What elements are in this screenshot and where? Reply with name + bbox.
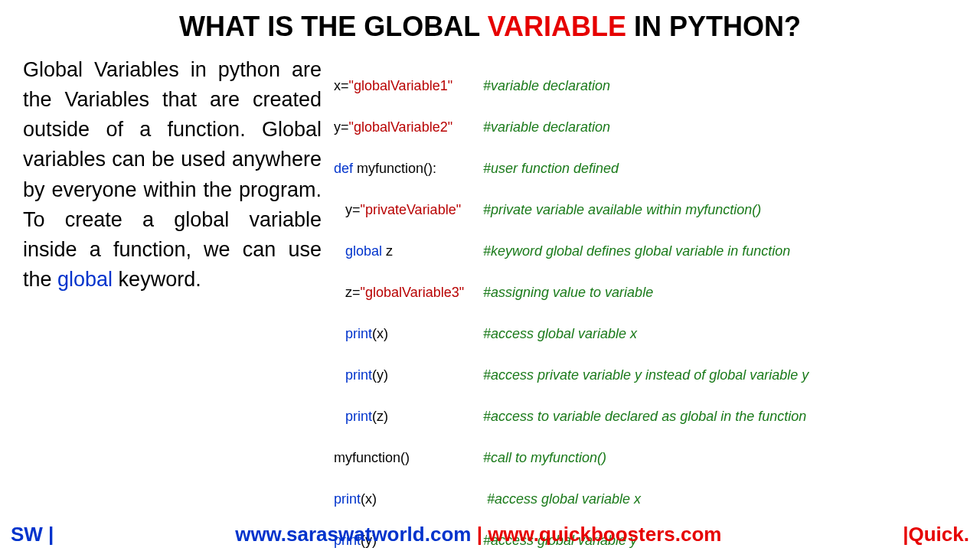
code-comment: #variable declaration — [483, 117, 610, 138]
title-pre: WHAT IS THE GLOBAL — [179, 11, 488, 42]
code-comment: #access private variable y instead of gl… — [483, 365, 808, 386]
title-highlight: VARIABLE — [488, 11, 626, 42]
para-part1: Global Variables in python are the Varia… — [23, 58, 322, 291]
code-example: x="globalVariable1"#variable declaration… — [334, 55, 957, 551]
code-comment: #user function defined — [483, 158, 619, 179]
code-comment: #private variable available within myfun… — [483, 200, 761, 220]
footer-site1: www.saraswatworld.com — [235, 523, 471, 546]
code-comment: #variable declaration — [483, 76, 610, 96]
code-line: print(x)#access global variable x — [334, 324, 957, 344]
code-comment: #access global variable x — [483, 489, 641, 510]
global-keyword: global — [57, 268, 113, 291]
code-comment: #access global variable x — [483, 324, 637, 344]
footer: SW | www.saraswatworld.com | www.quickbo… — [0, 523, 980, 546]
code-line: print(x) #access global variable x — [334, 489, 957, 510]
code-line: x="globalVariable1"#variable declaration — [334, 76, 957, 96]
code-comment: #access to variable declared as global i… — [483, 406, 806, 427]
code-line: myfunction()#call to myfunction() — [334, 448, 957, 468]
content-area: Global Variables in python are the Varia… — [0, 49, 980, 551]
code-comment: #assigning value to variable — [483, 282, 653, 303]
code-line: z="globalVariable3" #assigning value to … — [334, 282, 957, 303]
code-line: print(z)#access to variable declared as … — [334, 406, 957, 427]
page-title: WHAT IS THE GLOBAL VARIABLE IN PYTHON? — [0, 0, 980, 49]
code-comment: #keyword global defines global variable … — [483, 241, 790, 262]
footer-sw: SW | — [11, 523, 54, 546]
code-line: y="globalVariable2"#variable declaration — [334, 117, 957, 138]
footer-links: www.saraswatworld.com | www.quickbooster… — [235, 523, 721, 546]
code-comment: #call to myfunction() — [483, 448, 606, 468]
footer-right: |Quick. — [903, 523, 969, 546]
para-part2: keyword. — [113, 268, 201, 291]
footer-site2: www.quickboosters.com — [488, 523, 721, 546]
footer-bar: | — [471, 523, 488, 546]
code-line: print(y)#access private variable y inste… — [334, 365, 957, 386]
title-post: IN PYTHON? — [626, 11, 801, 42]
code-block: x="globalVariable1"#variable declaration… — [334, 55, 957, 551]
code-line: def myfunction():#user function defined — [334, 158, 957, 179]
code-line: global z#keyword global defines global v… — [334, 241, 957, 262]
description-paragraph: Global Variables in python are the Varia… — [23, 55, 322, 551]
code-line: y="privateVariable" #private variable av… — [334, 200, 957, 220]
